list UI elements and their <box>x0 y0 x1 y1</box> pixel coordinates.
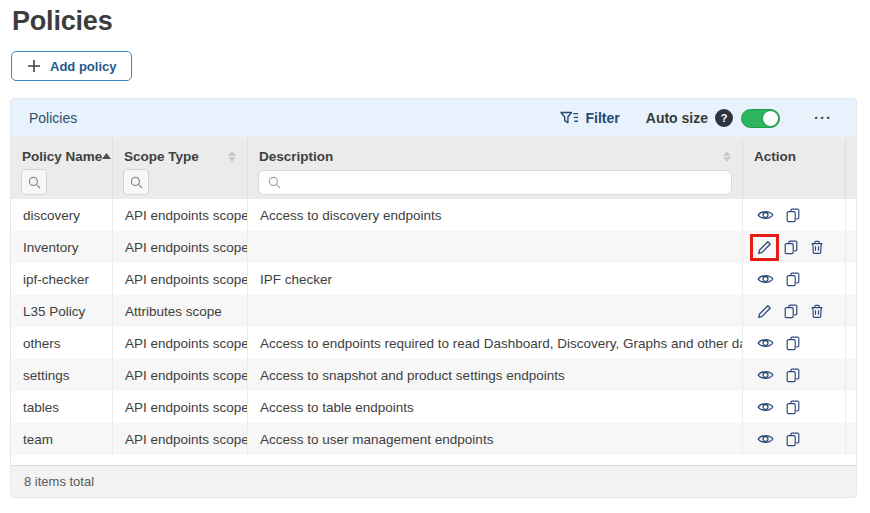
scope-type-search-button[interactable] <box>123 169 149 195</box>
search-icon <box>130 176 143 189</box>
filler-cell <box>846 263 857 295</box>
view-button[interactable] <box>757 433 774 445</box>
description-cell <box>248 295 743 327</box>
filler-cell <box>846 327 857 359</box>
edit-button[interactable] <box>757 304 772 319</box>
filter-label: Filter <box>586 110 620 126</box>
scope-type-cell: API endpoints scope <box>113 263 248 295</box>
add-policy-button[interactable]: Add policy <box>11 51 132 81</box>
search-icon <box>28 176 41 189</box>
view-button[interactable] <box>757 273 774 285</box>
policy-name-cell: L35 Policy <box>11 295 113 327</box>
search-icon <box>268 176 281 189</box>
table-row[interactable]: team API endpoints scope Access to user … <box>11 423 856 455</box>
more-menu-icon[interactable]: ··· <box>814 113 832 123</box>
copy-button[interactable] <box>786 432 800 447</box>
eye-icon <box>757 369 774 381</box>
description-cell: IPF checker <box>248 263 743 295</box>
copy-button[interactable] <box>784 240 798 255</box>
filler-cell <box>846 359 857 391</box>
page-title: Policies <box>12 6 112 37</box>
delete-button[interactable] <box>810 240 824 255</box>
action-cell <box>743 391 846 423</box>
policy-name-cell: discovery <box>11 199 113 231</box>
filter-button[interactable]: Filter <box>560 110 620 126</box>
sort-icon <box>723 151 731 162</box>
pencil-icon <box>757 240 772 255</box>
copy-icon <box>786 368 800 383</box>
copy-button[interactable] <box>786 208 800 223</box>
copy-icon <box>784 304 798 319</box>
copy-icon <box>786 208 800 223</box>
scope-type-cell: API endpoints scope <box>113 391 248 423</box>
eye-icon <box>757 401 774 413</box>
view-button[interactable] <box>757 401 774 413</box>
table-row[interactable]: Inventory API endpoints scope <box>11 231 856 263</box>
table-row[interactable]: settings API endpoints scope Access to s… <box>11 359 856 391</box>
delete-button[interactable] <box>810 304 824 319</box>
copy-button[interactable] <box>786 368 800 383</box>
policy-name-search-button[interactable] <box>21 169 47 195</box>
table-row[interactable]: others API endpoints scope Access to end… <box>11 327 856 359</box>
column-header-policy-name[interactable]: Policy Name <box>11 137 113 165</box>
filter-icon <box>560 111 579 126</box>
policies-panel: Policies Filter Auto size ? ··· Policy N… <box>10 98 857 498</box>
plus-icon <box>27 59 41 73</box>
edit-button[interactable] <box>757 240 772 255</box>
column-header-filler <box>846 137 857 165</box>
table-row[interactable]: discovery API endpoints scope Access to … <box>11 199 856 231</box>
copy-icon <box>786 432 800 447</box>
description-cell: Access to snapshot and product settings … <box>248 359 743 391</box>
table-header: Policy Name Scope Type Description <box>11 137 856 199</box>
table-row[interactable]: ipf-checker API endpoints scope IPF chec… <box>11 263 856 295</box>
table-empty-space <box>11 455 856 465</box>
copy-icon <box>784 240 798 255</box>
action-cell <box>743 423 846 455</box>
scope-type-cell: API endpoints scope <box>113 327 248 359</box>
panel-header: Policies Filter Auto size ? ··· <box>11 99 856 137</box>
view-button[interactable] <box>757 337 774 349</box>
copy-button[interactable] <box>784 304 798 319</box>
scope-type-cell: API endpoints scope <box>113 231 248 263</box>
policy-name-cell: settings <box>11 359 113 391</box>
action-cell <box>743 327 846 359</box>
autosize-toggle[interactable] <box>741 109 780 128</box>
description-search-input[interactable] <box>288 175 722 190</box>
column-header-scope-type[interactable]: Scope Type <box>113 137 248 165</box>
column-header-description[interactable]: Description <box>248 137 743 165</box>
copy-button[interactable] <box>786 336 800 351</box>
policy-name-cell: Inventory <box>11 231 113 263</box>
copy-icon <box>786 336 800 351</box>
action-cell <box>743 295 846 327</box>
copy-icon <box>786 272 800 287</box>
scope-type-cell: API endpoints scope <box>113 359 248 391</box>
eye-icon <box>757 209 774 221</box>
description-cell: Access to endpoints required to read Das… <box>248 327 743 359</box>
policy-name-cell: team <box>11 423 113 455</box>
filler-cell <box>846 423 857 455</box>
filler-cell <box>846 295 857 327</box>
policy-name-cell: tables <box>11 391 113 423</box>
filler-cell <box>846 199 857 231</box>
panel-title: Policies <box>29 110 77 126</box>
pencil-icon <box>757 304 772 319</box>
view-button[interactable] <box>757 369 774 381</box>
description-cell: Access to table endpoints <box>248 391 743 423</box>
panel-controls: Filter Auto size ? ··· <box>560 109 838 128</box>
view-button[interactable] <box>757 209 774 221</box>
description-cell: Access to user management endpoints <box>248 423 743 455</box>
description-cell <box>248 231 743 263</box>
toggle-knob <box>763 111 778 126</box>
help-icon[interactable]: ? <box>715 109 733 127</box>
items-total-label: 8 items total <box>24 474 94 489</box>
copy-button[interactable] <box>786 272 800 287</box>
copy-icon <box>786 400 800 415</box>
scope-type-cell: API endpoints scope <box>113 423 248 455</box>
copy-button[interactable] <box>786 400 800 415</box>
table-row[interactable]: L35 Policy Attributes scope <box>11 295 856 327</box>
eye-icon <box>757 337 774 349</box>
action-cell <box>743 263 846 295</box>
table-row[interactable]: tables API endpoints scope Access to tab… <box>11 391 856 423</box>
sort-icon <box>228 151 236 162</box>
action-cell <box>743 359 846 391</box>
